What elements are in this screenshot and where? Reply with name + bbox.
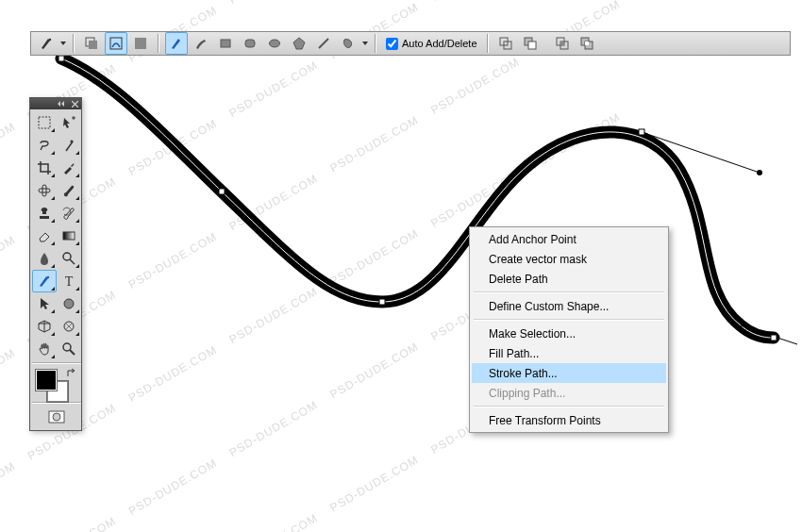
type-tool[interactable]: T [57,270,81,292]
menu-item-define-custom-shape[interactable]: Define Custom Shape... [472,296,666,316]
line-shape-icon[interactable] [312,32,335,55]
custom-shape-icon[interactable] [337,32,359,55]
rounded-rectangle-shape-icon[interactable] [239,32,261,55]
polygon-shape-icon[interactable] [288,32,310,55]
svg-point-41 [53,413,60,421]
move-tool[interactable] [57,111,81,134]
path-combine-intersect[interactable] [551,32,574,55]
pen-icon-button[interactable] [165,32,188,55]
svg-rect-10 [89,41,97,49]
eraser-tool[interactable] [32,224,57,247]
svg-rect-5 [639,129,644,135]
svg-rect-12 [135,38,146,49]
menu-item-make-selection[interactable]: Make Selection... [472,324,666,343]
options-bar: Auto Add/Delete [30,31,791,56]
zoom-tool[interactable] [57,338,81,360]
path-combine-add[interactable] [494,32,517,55]
close-icon[interactable] [70,100,79,108]
shape-layers-mode[interactable] [80,32,103,55]
menu-item-add-anchor-point[interactable]: Add Anchor Point [472,229,666,249]
menu-item-free-transform-points[interactable]: Free Transform Points [472,410,666,430]
auto-add-delete-checkbox[interactable]: Auto Add/Delete [382,38,481,50]
shape-tool[interactable] [57,292,81,315]
svg-line-17 [319,39,328,48]
svg-rect-3 [219,189,225,194]
healing-brush-tool[interactable] [32,179,57,202]
svg-rect-28 [39,117,50,128]
svg-point-38 [63,343,71,351]
svg-rect-21 [528,42,536,49]
swap-colors-icon[interactable] [66,368,77,379]
pen-tool[interactable] [32,270,57,292]
svg-rect-24 [560,42,564,45]
menu-item-delete-path[interactable]: Delete Path [472,269,666,289]
magic-wand-tool[interactable] [57,134,81,157]
svg-rect-6 [771,335,777,341]
tool-preset-dropdown[interactable] [59,42,67,45]
ellipse-shape-icon[interactable] [263,32,286,55]
foreground-color-swatch[interactable] [36,370,57,391]
3d-tool[interactable] [32,315,57,338]
svg-rect-27 [585,42,589,45]
svg-rect-13 [221,40,230,47]
custom-shape-dropdown[interactable] [361,42,369,45]
svg-point-36 [64,299,74,308]
hand-tool[interactable] [32,338,57,360]
svg-point-34 [47,276,49,278]
path-selection-tool[interactable] [32,292,57,315]
fill-pixels-mode[interactable] [129,32,152,55]
crop-tool[interactable] [32,157,57,179]
svg-line-1 [741,325,797,344]
menu-item-fill-path[interactable]: Fill Path... [472,343,666,363]
pen-tool-preset[interactable] [35,32,58,55]
rectangle-shape-icon[interactable] [214,32,237,55]
svg-point-32 [63,253,71,260]
gradient-tool[interactable] [57,224,81,247]
path-combine-subtract[interactable] [519,32,542,55]
svg-rect-29 [42,185,46,196]
tools-panel[interactable]: T [29,97,82,431]
drawn-path [0,0,802,532]
lasso-tool[interactable] [32,134,57,157]
svg-point-7 [757,170,762,175]
canvas[interactable]: PSD-DUDE.COM PSD-DUDE.COM PSD-DUDE.COM P… [0,0,802,532]
3d-camera-tool[interactable] [57,315,81,338]
blur-tool[interactable] [32,247,57,270]
svg-line-33 [70,259,75,264]
menu-separator [474,291,664,293]
stamp-tool[interactable] [32,202,57,224]
svg-rect-31 [63,232,75,240]
tools-panel-header[interactable] [30,98,81,109]
svg-line-0 [642,132,760,173]
color-swatches[interactable] [32,366,81,400]
auto-add-delete-label: Auto Add/Delete [402,38,477,49]
quick-mask-toggle[interactable] [32,406,81,428]
svg-text:T: T [65,274,74,289]
menu-item-stroke-path[interactable]: Stroke Path... [472,363,666,383]
auto-add-delete-input[interactable] [386,38,398,50]
paths-mode[interactable] [105,32,127,55]
history-brush-tool[interactable] [57,202,81,224]
dodge-tool[interactable] [57,247,81,270]
path-combine-exclude[interactable] [576,32,598,55]
menu-separator [474,406,664,407]
svg-rect-30 [39,189,50,192]
svg-marker-16 [293,38,305,49]
menu-separator [474,319,664,321]
svg-point-15 [270,40,280,47]
svg-point-8 [49,39,51,41]
menu-item-create-vector-mask[interactable]: Create vector mask [472,249,666,269]
freeform-pen-icon-button[interactable] [190,32,212,55]
svg-rect-2 [58,56,64,61]
path-context-menu[interactable]: Add Anchor PointCreate vector maskDelete… [469,226,669,433]
svg-line-39 [70,350,75,355]
marquee-tool[interactable] [32,111,57,134]
collapse-icon[interactable] [57,100,66,108]
svg-rect-14 [245,40,255,47]
svg-rect-4 [379,299,385,305]
menu-item-clipping-path: Clipping Path... [472,383,666,403]
eyedropper-tool[interactable] [57,157,81,179]
brush-tool[interactable] [57,179,81,202]
